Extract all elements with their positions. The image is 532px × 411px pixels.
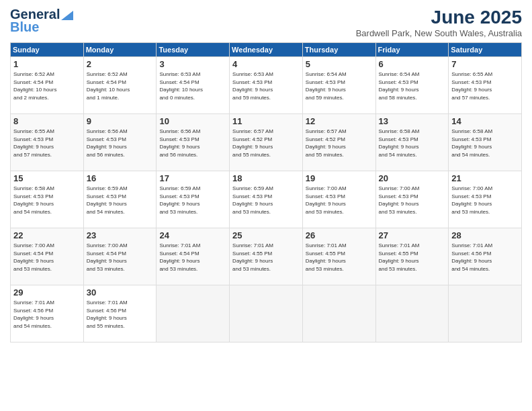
day-info: Sunrise: 6:58 AM Sunset: 4:53 PM Dayligh… bbox=[451, 128, 519, 158]
calendar-cell: 16Sunrise: 6:59 AM Sunset: 4:53 PM Dayli… bbox=[83, 171, 157, 228]
day-number: 8 bbox=[13, 116, 81, 126]
day-number: 22 bbox=[13, 230, 81, 240]
week-row-3: 15Sunrise: 6:58 AM Sunset: 4:53 PM Dayli… bbox=[11, 171, 522, 228]
day-number: 28 bbox=[451, 230, 519, 240]
calendar-cell: 7Sunrise: 6:55 AM Sunset: 4:53 PM Daylig… bbox=[449, 57, 522, 114]
day-info: Sunrise: 6:54 AM Sunset: 4:53 PM Dayligh… bbox=[379, 71, 446, 101]
calendar-header-row: SundayMondayTuesdayWednesdayThursdayFrid… bbox=[11, 43, 522, 57]
day-number: 18 bbox=[232, 173, 300, 183]
day-number: 9 bbox=[87, 116, 154, 126]
day-number: 14 bbox=[451, 116, 519, 126]
day-info: Sunrise: 6:55 AM Sunset: 4:53 PM Dayligh… bbox=[13, 128, 81, 158]
col-header-wednesday: Wednesday bbox=[230, 43, 303, 57]
calendar-cell bbox=[375, 285, 449, 342]
calendar-cell bbox=[449, 285, 522, 342]
day-info: Sunrise: 7:00 AM Sunset: 4:53 PM Dayligh… bbox=[451, 185, 519, 216]
day-info: Sunrise: 6:57 AM Sunset: 4:52 PM Dayligh… bbox=[232, 128, 300, 158]
day-info: Sunrise: 7:01 AM Sunset: 4:56 PM Dayligh… bbox=[13, 299, 81, 330]
title-section: June 2025 Bardwell Park, New South Wales… bbox=[356, 7, 522, 38]
calendar-cell: 2Sunrise: 6:52 AM Sunset: 4:54 PM Daylig… bbox=[83, 57, 157, 114]
day-info: Sunrise: 7:01 AM Sunset: 4:55 PM Dayligh… bbox=[379, 242, 446, 273]
calendar-cell: 26Sunrise: 7:01 AM Sunset: 4:55 PM Dayli… bbox=[302, 228, 375, 285]
day-info: Sunrise: 7:00 AM Sunset: 4:53 PM Dayligh… bbox=[306, 185, 373, 216]
calendar-cell: 11Sunrise: 6:57 AM Sunset: 4:52 PM Dayli… bbox=[230, 114, 303, 171]
col-header-saturday: Saturday bbox=[449, 43, 522, 57]
day-info: Sunrise: 6:56 AM Sunset: 4:53 PM Dayligh… bbox=[159, 128, 226, 158]
day-number: 13 bbox=[379, 116, 446, 126]
day-number: 16 bbox=[87, 173, 154, 183]
day-info: Sunrise: 6:56 AM Sunset: 4:53 PM Dayligh… bbox=[87, 128, 154, 158]
day-info: Sunrise: 7:00 AM Sunset: 4:54 PM Dayligh… bbox=[13, 242, 81, 273]
day-number: 29 bbox=[13, 287, 81, 298]
day-info: Sunrise: 6:59 AM Sunset: 4:53 PM Dayligh… bbox=[232, 185, 300, 216]
calendar-cell: 25Sunrise: 7:01 AM Sunset: 4:55 PM Dayli… bbox=[230, 228, 303, 285]
day-info: Sunrise: 6:53 AM Sunset: 4:54 PM Dayligh… bbox=[159, 71, 226, 101]
week-row-2: 8Sunrise: 6:55 AM Sunset: 4:53 PM Daylig… bbox=[11, 114, 522, 171]
day-info: Sunrise: 6:53 AM Sunset: 4:53 PM Dayligh… bbox=[232, 71, 300, 101]
logo-arrow-icon bbox=[61, 11, 73, 20]
day-info: Sunrise: 7:01 AM Sunset: 4:54 PM Dayligh… bbox=[159, 242, 226, 273]
calendar-cell: 20Sunrise: 7:00 AM Sunset: 4:53 PM Dayli… bbox=[375, 171, 449, 228]
logo-blue: Blue bbox=[10, 19, 39, 35]
day-info: Sunrise: 7:00 AM Sunset: 4:54 PM Dayligh… bbox=[87, 242, 154, 273]
day-number: 20 bbox=[379, 173, 446, 183]
day-info: Sunrise: 7:00 AM Sunset: 4:53 PM Dayligh… bbox=[379, 185, 446, 216]
day-info: Sunrise: 7:01 AM Sunset: 4:55 PM Dayligh… bbox=[232, 242, 300, 273]
day-number: 15 bbox=[13, 173, 81, 183]
day-number: 23 bbox=[87, 230, 154, 240]
calendar-cell: 3Sunrise: 6:53 AM Sunset: 4:54 PM Daylig… bbox=[157, 57, 230, 114]
calendar-cell: 23Sunrise: 7:00 AM Sunset: 4:54 PM Dayli… bbox=[83, 228, 157, 285]
calendar-cell: 29Sunrise: 7:01 AM Sunset: 4:56 PM Dayli… bbox=[11, 285, 84, 342]
day-info: Sunrise: 6:59 AM Sunset: 4:53 PM Dayligh… bbox=[87, 185, 154, 216]
week-row-5: 29Sunrise: 7:01 AM Sunset: 4:56 PM Dayli… bbox=[11, 285, 522, 342]
calendar-cell bbox=[230, 285, 303, 342]
day-number: 6 bbox=[379, 59, 446, 69]
calendar-cell: 14Sunrise: 6:58 AM Sunset: 4:53 PM Dayli… bbox=[449, 114, 522, 171]
week-row-1: 1Sunrise: 6:52 AM Sunset: 4:54 PM Daylig… bbox=[11, 57, 522, 114]
day-info: Sunrise: 7:01 AM Sunset: 4:55 PM Dayligh… bbox=[306, 242, 373, 273]
day-number: 2 bbox=[87, 59, 154, 69]
calendar-cell: 24Sunrise: 7:01 AM Sunset: 4:54 PM Dayli… bbox=[157, 228, 230, 285]
day-info: Sunrise: 6:55 AM Sunset: 4:53 PM Dayligh… bbox=[451, 71, 519, 101]
month-title: June 2025 bbox=[356, 7, 522, 28]
day-info: Sunrise: 6:52 AM Sunset: 4:54 PM Dayligh… bbox=[13, 71, 81, 101]
col-header-monday: Monday bbox=[83, 43, 157, 57]
col-header-tuesday: Tuesday bbox=[157, 43, 230, 57]
calendar-cell: 9Sunrise: 6:56 AM Sunset: 4:53 PM Daylig… bbox=[83, 114, 157, 171]
day-number: 19 bbox=[306, 173, 373, 183]
day-info: Sunrise: 6:58 AM Sunset: 4:53 PM Dayligh… bbox=[13, 185, 81, 216]
calendar-cell: 10Sunrise: 6:56 AM Sunset: 4:53 PM Dayli… bbox=[157, 114, 230, 171]
calendar-table: SundayMondayTuesdayWednesdayThursdayFrid… bbox=[10, 42, 522, 342]
calendar-cell: 22Sunrise: 7:00 AM Sunset: 4:54 PM Dayli… bbox=[11, 228, 84, 285]
day-number: 25 bbox=[232, 230, 300, 240]
day-number: 17 bbox=[159, 173, 226, 183]
calendar-cell: 21Sunrise: 7:00 AM Sunset: 4:53 PM Dayli… bbox=[449, 171, 522, 228]
col-header-sunday: Sunday bbox=[11, 43, 84, 57]
day-info: Sunrise: 6:52 AM Sunset: 4:54 PM Dayligh… bbox=[87, 71, 154, 101]
day-info: Sunrise: 6:59 AM Sunset: 4:53 PM Dayligh… bbox=[159, 185, 226, 216]
calendar-cell: 8Sunrise: 6:55 AM Sunset: 4:53 PM Daylig… bbox=[11, 114, 84, 171]
svg-marker-0 bbox=[61, 11, 73, 20]
calendar-cell: 19Sunrise: 7:00 AM Sunset: 4:53 PM Dayli… bbox=[302, 171, 375, 228]
day-number: 21 bbox=[451, 173, 519, 183]
calendar-cell bbox=[302, 285, 375, 342]
week-row-4: 22Sunrise: 7:00 AM Sunset: 4:54 PM Dayli… bbox=[11, 228, 522, 285]
calendar-cell: 17Sunrise: 6:59 AM Sunset: 4:53 PM Dayli… bbox=[157, 171, 230, 228]
calendar-cell: 30Sunrise: 7:01 AM Sunset: 4:56 PM Dayli… bbox=[83, 285, 157, 342]
day-number: 4 bbox=[232, 59, 300, 69]
day-number: 5 bbox=[306, 59, 373, 69]
calendar-cell: 5Sunrise: 6:54 AM Sunset: 4:53 PM Daylig… bbox=[302, 57, 375, 114]
calendar-cell bbox=[157, 285, 230, 342]
day-number: 3 bbox=[159, 59, 226, 69]
day-number: 12 bbox=[306, 116, 373, 126]
calendar-cell: 28Sunrise: 7:01 AM Sunset: 4:56 PM Dayli… bbox=[449, 228, 522, 285]
calendar-cell: 1Sunrise: 6:52 AM Sunset: 4:54 PM Daylig… bbox=[11, 57, 84, 114]
calendar-cell: 15Sunrise: 6:58 AM Sunset: 4:53 PM Dayli… bbox=[11, 171, 84, 228]
day-number: 11 bbox=[232, 116, 300, 126]
day-number: 24 bbox=[159, 230, 226, 240]
day-number: 30 bbox=[87, 287, 154, 298]
day-number: 10 bbox=[159, 116, 226, 126]
location-subtitle: Bardwell Park, New South Wales, Australi… bbox=[356, 28, 522, 38]
day-info: Sunrise: 7:01 AM Sunset: 4:56 PM Dayligh… bbox=[451, 242, 519, 273]
logo: General Blue bbox=[10, 7, 73, 35]
